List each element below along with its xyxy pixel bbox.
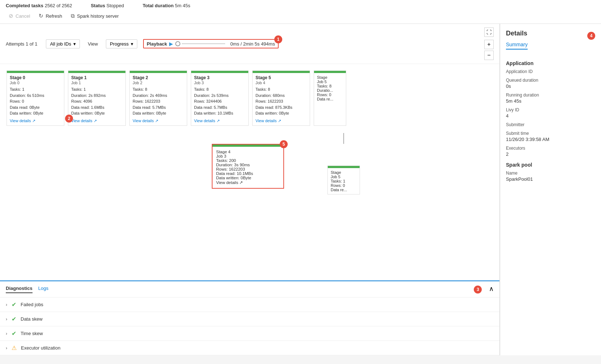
livy-id-row: Livy ID 4 [506,107,595,119]
right-panel: Details 4 Summary Application Applicatio… [500,24,601,355]
collapse-button[interactable]: ∧ [489,285,494,293]
canvas-area: 2 Stage 0 Job 0 Tasks: 1 Duration: 6s 51… [0,64,499,281]
stage-2-info: Tasks: 8 Duration: 2s 469ms Rows: 162220… [133,86,184,116]
running-duration-label: Running duration [506,93,595,98]
canvas-header: Attempts 1 of 1 All job IDs ▾ View Progr… [0,24,499,64]
stage-3-view-details[interactable]: View details ↗ [194,119,245,123]
application-id-row: Application ID [506,69,595,74]
ok-icon-3: ✔ [12,330,16,337]
stage-1-title: Stage 1 [71,75,123,80]
stage-card-3: Stage 3 Job 3 Tasks: 8 Duration: 2s 539m… [191,70,249,126]
stage-4-info: Tasks: 200 Duration: 3s 90ms Rows: 16222… [216,158,280,180]
submitter-label: Submitter [506,122,595,127]
diagnostics-tabs: Diagnostics Logs [6,286,48,293]
stages-row: Stage 0 Job 0 Tasks: 1 Duration: 6s 510m… [4,68,496,126]
diag-executor-util[interactable]: › ⚠ Executor utilization [0,341,499,355]
badge-2: 2 [65,115,73,123]
stage-card-1: Stage 1 Job 1 Tasks: 1 Duration: 2s 892m… [68,70,126,126]
submit-time-row: Submit time 11/26/20 3:39:58 AM [506,131,595,142]
spark-pool-section: Spark pool [506,162,595,168]
diagnostics-section: Diagnostics Logs 3 ∧ › ✔ Failed jobs › [0,281,499,355]
stage-2-body: Stage 2 Job 2 Tasks: 8 Duration: 2s 469m… [130,73,187,125]
stage-0-info: Tasks: 1 Duration: 6s 510ms Rows: 0 Data… [10,86,61,116]
stage-1-body: Stage 1 Job 1 Tasks: 1 Duration: 2s 892m… [68,73,125,125]
time-display: 0ms / 2min 5s 494ms [230,41,275,47]
stage-partial-title: Stage [317,75,343,80]
connector [192,133,496,144]
submitter-row: Submitter [506,122,595,127]
stage-3-info: Tasks: 8 Duration: 2s 539ms Rows: 324440… [194,86,245,116]
tab-diagnostics[interactable]: Diagnostics [6,286,33,293]
stage-5-info: Tasks: 8 Duration: 680ms Rows: 1622203 D… [256,86,307,116]
stage-2-view-details[interactable]: View details ↗ [133,119,184,123]
zoom-in-button[interactable]: + [484,40,494,49]
refresh-button[interactable]: ↻ Refresh [36,11,65,21]
cancel-button[interactable]: ⊘ Cancel [6,11,33,21]
progress-dropdown[interactable]: Progress ▾ [106,39,137,48]
badge-4: 4 [587,32,595,40]
tab-logs[interactable]: Logs [38,286,48,293]
summary-tab[interactable]: Summary [506,42,528,50]
fullscreen-button[interactable]: ⛶ [484,27,494,37]
stage-4-job: Job 3 [216,154,280,158]
status: Status Stopped [91,3,134,8]
stage-2-title: Stage 2 [133,75,184,80]
stage-card-0: Stage 0 Job 0 Tasks: 1 Duration: 6s 510m… [7,70,64,126]
executors-row: Executors 2 [506,146,595,157]
stage-partial-job: Job 5 [317,80,343,84]
cancel-icon: ⊘ [9,13,13,19]
view-label: View [88,41,98,47]
ok-icon-2: ✔ [12,316,16,322]
warn-icon: ⚠ [12,344,17,351]
chevron-icon: › [6,302,7,307]
spark-pool-name-row: Name SparkPool01 [506,171,595,182]
zoom-out-button[interactable]: − [484,51,494,60]
running-duration-row: Running duration 5m 45s [506,93,595,104]
slider-track [182,43,225,44]
play-button[interactable]: ▶ [169,41,173,47]
diag-data-skew[interactable]: › ✔ Data skew [0,312,499,326]
stage-4-title: Stage 4 [216,150,280,154]
status-line: Completed tasks 2562 of 2562 Status Stop… [6,3,595,8]
diag-time-skew[interactable]: › ✔ Time skew [0,326,499,341]
timeline-slider[interactable] [175,41,225,46]
stage-partial-info: Tasks: 8 Duratio... Rows: 0 Data re... [317,84,343,101]
spark-history-button[interactable]: ⧉ Spark history server [68,11,122,21]
stage-4-view-details[interactable]: View details ↗ [216,180,243,185]
details-title: Details [506,30,527,37]
stage-card-2: Stage 2 Job 2 Tasks: 8 Duration: 2s 469m… [129,70,187,126]
badge-1: 1 [274,35,282,43]
stage-5-view-details[interactable]: View details ↗ [256,119,307,123]
refresh-icon: ↻ [39,13,43,19]
canvas-area-inner: 2 Stage 0 Job 0 Tasks: 1 Duration: 6s 51… [4,68,496,197]
stage-0-title: Stage 0 [10,75,61,80]
stage-1-view-details[interactable]: View details ↗ [71,119,123,123]
application-section: Application [506,60,595,66]
diag-failed-jobs[interactable]: › ✔ Failed jobs [0,297,499,312]
job-ids-dropdown[interactable]: All job IDs ▾ [46,39,80,48]
stage-3-job: Job 3 [194,81,245,85]
left-panel: Attempts 1 of 1 All job IDs ▾ View Progr… [0,24,500,355]
stage-1-job: Job 1 [71,81,123,85]
partial-stage-bottom: Stage Job 5 Tasks: 1 Rows: 0 Data re... [327,166,360,194]
diag-time-skew-label: Time skew [21,331,43,336]
spark-pool-name-value: SparkPool01 [506,176,595,182]
stage-2-job: Job 2 [133,81,184,85]
chevron-down-icon: ▾ [73,41,76,47]
stage-0-job: Job 0 [10,81,61,85]
diag-data-skew-label: Data skew [21,316,43,322]
queued-duration-row: Queued duration 0s [506,78,595,89]
executors-value: 2 [506,151,595,157]
diag-executor-util-label: Executor utilization [21,345,60,351]
chevron-icon-4: › [6,346,7,351]
livy-id-label: Livy ID [506,107,595,112]
connector-line [343,133,344,144]
queued-duration-label: Queued duration [506,78,595,83]
stage-partial-bottom: Stage Job 5 Tasks: 1 Rows: 0 Data re... [327,166,360,194]
stage-5-title: Stage 5 [256,75,307,80]
slider-handle[interactable] [175,41,180,46]
stage-3-body: Stage 3 Job 3 Tasks: 8 Duration: 2s 539m… [191,73,248,125]
stage-0-view-details[interactable]: View details ↗ [10,119,61,123]
application-id-label: Application ID [506,69,595,74]
stage4-wrapper: Stage 4 Job 3 Tasks: 200 Duration: 3s 90… [212,144,284,194]
